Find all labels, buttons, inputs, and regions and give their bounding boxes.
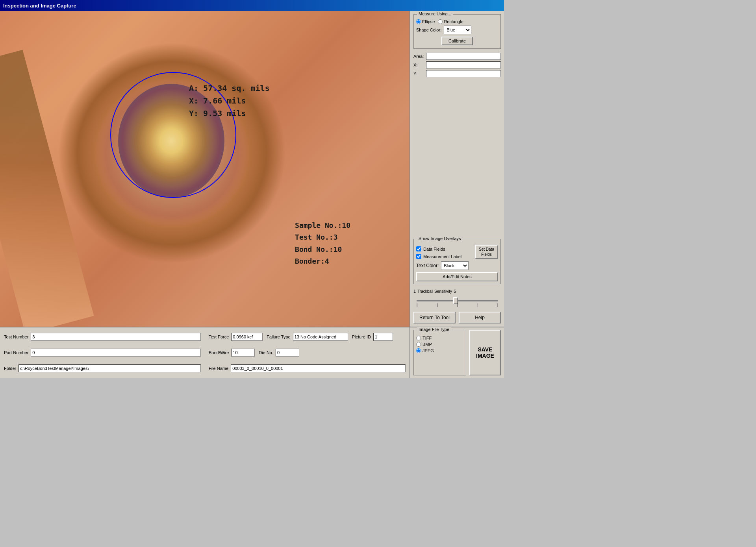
right-panel: Measure Using... Ellipse Rectangle Shape… — [410, 11, 504, 327]
trackball-row: 1 Trackball Sensitivity 5 — [413, 289, 501, 294]
title-bar: Inspection and Image Capture — [0, 0, 504, 11]
overlays-group: Show Image Overlays Data Fields Measurem… — [413, 239, 501, 284]
calibrate-button[interactable]: Calibrate — [441, 37, 473, 45]
x-field-row: X: — [413, 61, 501, 68]
measure-radio-row: Ellipse Rectangle — [416, 19, 498, 24]
tick-1: | — [417, 303, 417, 307]
set-data-fields-button[interactable]: Set DataFields — [475, 245, 498, 259]
tick-5: | — [497, 303, 498, 307]
file-type-title: Image File Type — [417, 327, 451, 332]
x-input[interactable] — [426, 61, 501, 68]
failure-type-label: Failure Type — [267, 334, 290, 339]
trackball-min: 1 — [413, 289, 416, 294]
rectangle-radio[interactable] — [438, 19, 443, 24]
row1-right: Test Force Failure Type Picture ID — [209, 330, 406, 344]
area-input[interactable] — [426, 53, 501, 60]
measure-group: Measure Using... Ellipse Rectangle Shape… — [413, 14, 501, 49]
folder-field: Folder — [4, 361, 201, 375]
y-measurement: Y: 9.53 mils — [189, 107, 270, 120]
data-fields-checkbox-row: Data Fields — [416, 246, 472, 251]
ellipse-radio-label[interactable]: Ellipse — [416, 19, 435, 24]
tick-4: | — [478, 303, 478, 307]
overlays-group-title: Show Image Overlays — [417, 236, 463, 241]
test-force-input[interactable] — [231, 333, 263, 341]
measurement-fields: Area: X: Y: — [413, 51, 501, 77]
ellipse-radio[interactable] — [416, 19, 421, 24]
part-number-input[interactable] — [31, 349, 201, 357]
bottom-buttons: Return To Tool Help — [413, 312, 501, 323]
bond-wire-label: Bond/Wire — [209, 350, 229, 355]
bond-wire-field: Bond/Wire — [209, 349, 255, 357]
text-color-row: Text Color: Black White Red Blue — [416, 261, 498, 270]
x-label: X: — [413, 63, 424, 67]
bond-no-overlay: Bond No.:10 — [295, 244, 350, 256]
trackball-slider[interactable]: | | | | | — [417, 297, 498, 306]
rectangle-radio-label[interactable]: Rectangle — [438, 19, 463, 24]
bond-wire-input[interactable] — [231, 349, 255, 357]
trackball-slider-container: | | | | | — [413, 297, 501, 306]
die-no-input[interactable] — [276, 349, 299, 357]
window-title: Inspection and Image Capture — [3, 3, 76, 9]
part-number-label: Part Number — [4, 350, 28, 355]
picture-id-label: Picture ID — [352, 334, 371, 339]
measurement-overlay: A: 57.34 sq. mils X: 7.66 mils Y: 9.53 m… — [189, 82, 270, 120]
folder-input[interactable] — [19, 364, 201, 372]
y-field-row: Y: — [413, 70, 501, 77]
image-area: A: 57.34 sq. mils X: 7.66 mils Y: 9.53 m… — [0, 11, 410, 327]
die-no-field: Die No. — [259, 349, 299, 357]
bmp-radio[interactable] — [416, 342, 421, 347]
text-color-label: Text Color: — [416, 263, 439, 268]
area-measurement: A: 57.34 sq. mils — [189, 82, 270, 94]
test-number-label: Test Number — [4, 334, 28, 339]
area-label: Area: — [413, 54, 424, 59]
test-force-label: Test Force — [209, 334, 229, 339]
shape-color-select[interactable]: Blue Red Green Black White — [444, 26, 471, 34]
shape-color-label: Shape Color: — [416, 28, 441, 32]
status-right: Image File Type TIFF BMP JPEG SAVEIMAGE — [410, 327, 504, 378]
folder-label: Folder — [4, 366, 16, 371]
trackball-label: Trackball Sensitivity — [417, 289, 452, 294]
measurement-label-checkbox-row: Measurement Label — [416, 254, 472, 259]
data-fields-label: Data Fields — [423, 247, 445, 251]
tiff-label[interactable]: TIFF — [416, 336, 463, 340]
measurement-label-checkbox[interactable] — [416, 254, 421, 259]
file-name-input[interactable] — [231, 364, 406, 372]
area-field-row: Area: — [413, 53, 501, 60]
tick-2: | — [437, 303, 438, 307]
file-name-field: File Name — [209, 361, 406, 375]
image-file-type-group: Image File Type TIFF BMP JPEG — [413, 330, 466, 375]
failure-type-input[interactable] — [293, 333, 348, 341]
data-overlay: Sample No.:10 Test No.:3 Bond No.:10 Bon… — [295, 220, 350, 268]
add-edit-notes-button[interactable]: Add/Edit Notes — [416, 272, 498, 281]
part-number-field: Part Number — [4, 346, 201, 360]
save-image-button[interactable]: SAVEIMAGE — [469, 330, 501, 375]
file-type-options: TIFF BMP JPEG — [416, 336, 463, 353]
data-fields-row: Data Fields Measurement Label Set DataFi… — [416, 245, 498, 259]
data-fields-checkbox[interactable] — [416, 246, 421, 251]
picture-id-input[interactable] — [373, 333, 393, 341]
bmp-label[interactable]: BMP — [416, 342, 463, 347]
die-no-label: Die No. — [259, 350, 273, 355]
text-color-select[interactable]: Black White Red Blue — [441, 261, 469, 270]
bonder-overlay: Bonder:4 — [295, 255, 350, 268]
test-number-field: Test Number — [4, 330, 201, 344]
measure-group-title: Measure Using... — [417, 11, 453, 16]
picture-id-field: Picture ID — [352, 333, 393, 341]
status-left: Test Number Test Force Failure Type Pict… — [0, 327, 410, 378]
data-fields-left: Data Fields Measurement Label — [416, 245, 472, 259]
y-input[interactable] — [426, 70, 501, 77]
test-force-field: Test Force — [209, 333, 263, 341]
jpeg-label[interactable]: JPEG — [416, 348, 463, 353]
help-button[interactable]: Help — [459, 312, 501, 323]
tiff-radio[interactable] — [416, 336, 421, 340]
y-label: Y: — [413, 71, 424, 76]
shape-color-row: Shape Color: Blue Red Green Black White — [416, 26, 498, 34]
x-measurement: X: 7.66 mils — [189, 94, 270, 107]
tick-3: | — [457, 303, 458, 307]
trackball-max: 5 — [454, 289, 456, 294]
file-name-label: File Name — [209, 366, 228, 371]
sample-no-overlay: Sample No.:10 — [295, 220, 350, 232]
jpeg-radio[interactable] — [416, 348, 421, 353]
test-number-input[interactable] — [31, 333, 201, 341]
return-to-tool-button[interactable]: Return To Tool — [413, 312, 456, 323]
